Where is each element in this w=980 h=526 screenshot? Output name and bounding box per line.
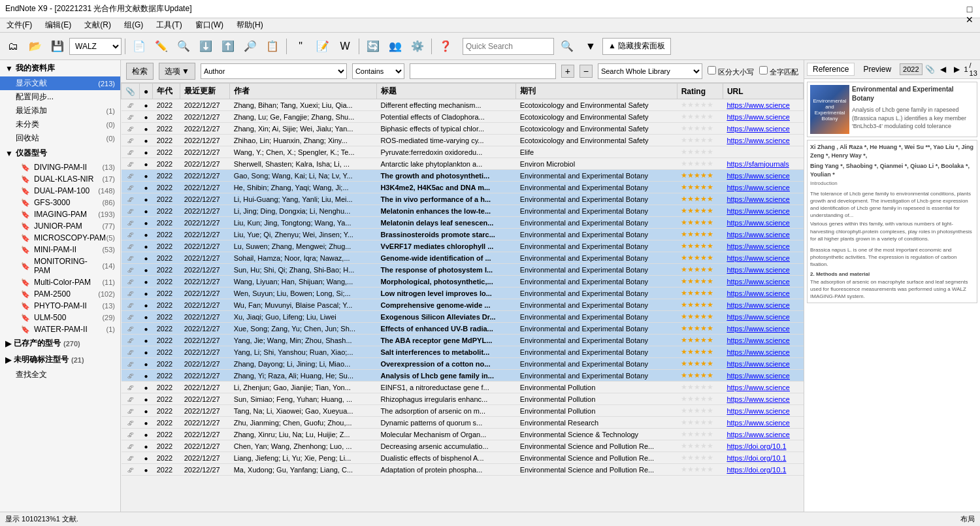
whole-word-checkbox[interactable] [759, 66, 768, 74]
menu-file[interactable]: 文件(F) [3, 18, 36, 32]
tab-preview[interactable]: Preview [857, 63, 897, 76]
saved-groups-header[interactable]: ▶ 已存产的型号 (270) [0, 335, 120, 352]
options-button[interactable]: 选项 ▼ [159, 63, 195, 80]
col-title[interactable]: 标题 [376, 84, 515, 99]
table-row[interactable]: 🖇 ● 2022 2022/12/27 Liang, Jiefeng; Li, … [122, 452, 804, 464]
sidebar-instrument-imaging-pam[interactable]: 🔖IMAGING-PAM(193) [0, 208, 120, 220]
table-row[interactable]: 🖇 ● 2022 2022/12/27 Liu, Yue; Qi, Zhenyu… [122, 229, 804, 240]
sidebar-instrument-diving-pam-ii[interactable]: 🔖DIVING-PAM-II(13) [0, 161, 120, 173]
close-button[interactable]: ✕ [964, 14, 975, 25]
sidebar-instrument-microscopy-pam[interactable]: 🔖MICROSCOPY-PAM(5) [0, 232, 120, 244]
table-row[interactable]: 🖇 ● 2022 2022/12/27 Zhang, Xin; Ai, Siji… [122, 123, 804, 135]
sidebar-instrument-mini-pam-ii[interactable]: 🔖MINI-PAM-II(53) [0, 244, 120, 255]
whole-word-label[interactable]: 全字匹配 [759, 66, 798, 77]
sidebar-instrument-monitoring-pam[interactable]: 🔖MONITORING-PAM(14) [0, 255, 120, 276]
sidebar-trash[interactable]: 回收站 (0) [0, 131, 120, 145]
hide-panel-button[interactable]: ▲ 隐藏搜索面板 [602, 38, 671, 55]
library-dropdown[interactable]: WALZ [69, 38, 122, 55]
col-journal[interactable]: 期刊 [516, 84, 677, 99]
word-button[interactable]: W [335, 36, 355, 57]
more-button[interactable]: ⚙️ [407, 36, 428, 57]
search-value-input[interactable] [410, 63, 556, 79]
sidebar-instrument-dual-klas-nir[interactable]: 🔖DUAL-KLAS-NIR(17) [0, 173, 120, 185]
table-row[interactable]: 🖇 ● 2022 2022/12/27 Tang, Na; Li, Xiaowe… [122, 405, 804, 417]
maximize-button[interactable]: □ [964, 4, 975, 14]
edit-ref-button[interactable]: ✏️ [151, 36, 172, 57]
table-row[interactable]: 🖇 ● 2022 2022/12/27 Zhang, Lu; Ge, Fangj… [122, 111, 804, 123]
menu-help[interactable]: 帮助(H) [233, 18, 267, 32]
table-row[interactable]: 🖇 ● 2022 2022/12/27 He, Shibin; Zhang, Y… [122, 182, 804, 193]
col-author[interactable]: 作者 [230, 84, 377, 99]
table-row[interactable]: 🖇 ● 2022 2022/12/27 Zhang, Bihan; Tang, … [122, 99, 804, 111]
sidebar-search-full-text[interactable]: 查找全文 [0, 368, 120, 382]
menu-edit[interactable]: 编辑(E) [41, 18, 75, 32]
sidebar-instrument-pam-2500[interactable]: 🔖PAM-2500(102) [0, 288, 120, 300]
sidebar-instrument-water-pam-ii[interactable]: 🔖WATER-PAM-II(1) [0, 323, 120, 335]
table-row[interactable]: 🖇 ● 2022 2022/12/27 Chen, Yan; Wang, Zhe… [122, 440, 804, 452]
table-row[interactable]: 🖇 ● 2022 2022/12/27 Sohail, Hamza; Noor,… [122, 252, 804, 264]
prev-ref-button[interactable]: ◀ [938, 63, 949, 76]
quick-search-dropdown[interactable]: ▼ [580, 36, 601, 57]
table-row[interactable]: 🖇 ● 2022 2022/12/27 Wu, Fan; Muvunyi, Bl… [122, 299, 804, 311]
menu-reference[interactable]: 文献(R) [80, 18, 115, 32]
table-row[interactable]: 🖇 ● 2022 2022/12/27 Zhihao, Lin; Huanxin… [122, 135, 804, 146]
whole-library-select[interactable]: Search Whole Library [598, 63, 702, 79]
table-row[interactable]: 🖇 ● 2022 2022/12/27 Sun, Simiao; Feng, Y… [122, 393, 804, 405]
table-row[interactable]: 🖇 ● 2022 2022/12/27 Xu, Jiaqi; Guo, Life… [122, 311, 804, 323]
col-read[interactable]: ● [140, 84, 153, 99]
sidebar-instrument-multi-color-pam[interactable]: 🔖Multi-Color-PAM(11) [0, 276, 120, 288]
table-row[interactable]: 🖇 ● 2022 2022/12/27 Zhang, Dayong; Li, J… [122, 358, 804, 370]
quick-search-input[interactable] [463, 38, 554, 55]
search-remove-button[interactable]: − [580, 65, 593, 78]
match-case-checkbox[interactable] [708, 66, 716, 74]
my-library-header[interactable]: ▼ 我的资料库 [0, 60, 120, 76]
sidebar-instrument-gfs-3000[interactable]: 🔖GFS-3000(86) [0, 197, 120, 208]
table-row[interactable]: 🖇 ● 2022 2022/12/27 Zhu, Jianming; Chen,… [122, 417, 804, 429]
find-ref-button[interactable]: 🔍 [173, 36, 194, 57]
save-button[interactable]: 💾 [47, 36, 68, 57]
sidebar-instrument-phyto-pam-ii[interactable]: 🔖PHYTO-PAM-II(13) [0, 300, 120, 312]
help-button[interactable]: ❓ [435, 36, 456, 57]
insert-citation-button[interactable]: " [290, 36, 311, 57]
next-ref-button[interactable]: ▶ [951, 63, 962, 76]
new-ref-button[interactable]: 📄 [129, 36, 150, 57]
sidebar-instrument-dual-pam-100[interactable]: 🔖DUAL-PAM-100(148) [0, 185, 120, 197]
table-row[interactable]: 🖇 ● 2022 2022/12/27 Wen, Suyun; Liu, Bow… [122, 288, 804, 299]
sidebar-instrument-ulm-500[interactable]: 🔖ULM-500(29) [0, 312, 120, 323]
table-row[interactable]: 🖇 ● 2022 2022/12/27 Li, Hui-Guang; Yang,… [122, 193, 804, 205]
quick-search-button[interactable]: 🔍 [557, 36, 578, 57]
open-library-button[interactable]: 📂 [25, 36, 46, 57]
col-year[interactable]: 年代 [153, 84, 180, 99]
tab-year[interactable]: 2022 [900, 63, 922, 75]
search-condition-select[interactable]: Contains [352, 63, 404, 79]
sync-button[interactable]: 🔄 [363, 36, 384, 57]
upload-button[interactable]: ⬆️ [218, 36, 238, 57]
table-row[interactable]: 🖇 ● 2022 2022/12/27 Wang, Liyuan; Han, S… [122, 276, 804, 288]
table-row[interactable]: 🖇 ● 2022 2022/12/27 Gao, Song; Wang, Kai… [122, 170, 804, 182]
sidebar-configure-sync[interactable]: 配置同步... [0, 90, 120, 104]
sidebar-unfiled[interactable]: 未分类 (0) [0, 118, 120, 131]
col-url[interactable]: URL [723, 84, 803, 99]
table-row[interactable]: 🖇 ● 2022 2022/12/27 Li, Jing; Ding, Dong… [122, 205, 804, 217]
match-case-label[interactable]: 区分大小写 [708, 66, 754, 77]
table-row[interactable]: 🖇 ● 2022 2022/12/27 Li, Zhenjun; Gao, Ji… [122, 382, 804, 393]
table-row[interactable]: 🖇 ● 2022 2022/12/27 Liu, Kun; Jing, Tong… [122, 217, 804, 229]
instrument-type-header[interactable]: ▼ 仪器型号 [0, 145, 120, 161]
unidentified-header[interactable]: ▶ 未明确标注型号 (21) [0, 352, 120, 368]
pdf-attachment-button[interactable]: 📎 [925, 63, 935, 76]
table-row[interactable]: 🖇 ● 2022 2022/12/27 Yang, Jie; Wang, Min… [122, 335, 804, 346]
sidebar-recently-added[interactable]: 最近添加 (1) [0, 104, 120, 118]
table-row[interactable]: 🖇 ● 2022 2022/12/27 Wang, Y.; Chen, X.; … [122, 146, 804, 158]
sidebar-instrument-junior-pam[interactable]: 🔖JUNIOR-PAM(77) [0, 220, 120, 232]
col-updated[interactable]: 最近更新 [180, 84, 230, 99]
table-row[interactable]: 🖇 ● 2022 2022/12/27 Lu, Suwen; Zhang, Me… [122, 240, 804, 252]
share-button[interactable]: 👥 [385, 36, 406, 57]
table-row[interactable]: 🖇 ● 2022 2022/12/27 Zhang, Yi; Raza, Ali… [122, 370, 804, 382]
search-button[interactable]: 检索 [126, 63, 154, 80]
menu-group[interactable]: 组(G) [120, 18, 147, 32]
col-attachment[interactable]: 📎 [122, 84, 140, 99]
table-row[interactable]: 🖇 ● 2022 2022/12/27 Zhang, Xinru; Liu, N… [122, 429, 804, 440]
col-rating[interactable]: Rating [677, 84, 723, 99]
search-field-select[interactable]: Author [201, 63, 347, 79]
table-row[interactable]: 🖇 ● 2022 2022/12/27 Sherwell, Shasten; K… [122, 158, 804, 170]
